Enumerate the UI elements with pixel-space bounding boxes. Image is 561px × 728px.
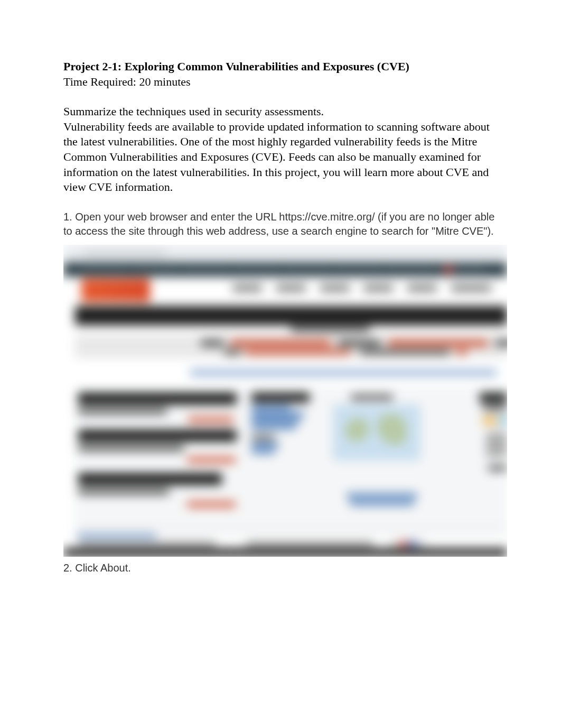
step-1: 1. Open your web browser and enter the U… [63,210,498,238]
top-nav [232,285,491,296]
bookmark-bar [63,263,507,277]
step-2: 2. Click About. [63,561,498,575]
embedded-screenshot [63,245,507,557]
tagline-text [190,370,497,376]
project-title: Project 2-1: Exploring Common Vulnerabil… [63,59,498,75]
hero-banner [75,306,507,325]
time-required: Time Required: 20 minutes [63,75,498,90]
url-bar [82,248,167,260]
bookmark-highlight-icon [445,266,452,273]
objective-line: Summarize the techniques used in securit… [63,104,498,119]
cve-logo [81,279,150,302]
intro-paragraph: Vulnerability feeds are available to pro… [63,119,498,195]
site-footer [63,548,507,557]
